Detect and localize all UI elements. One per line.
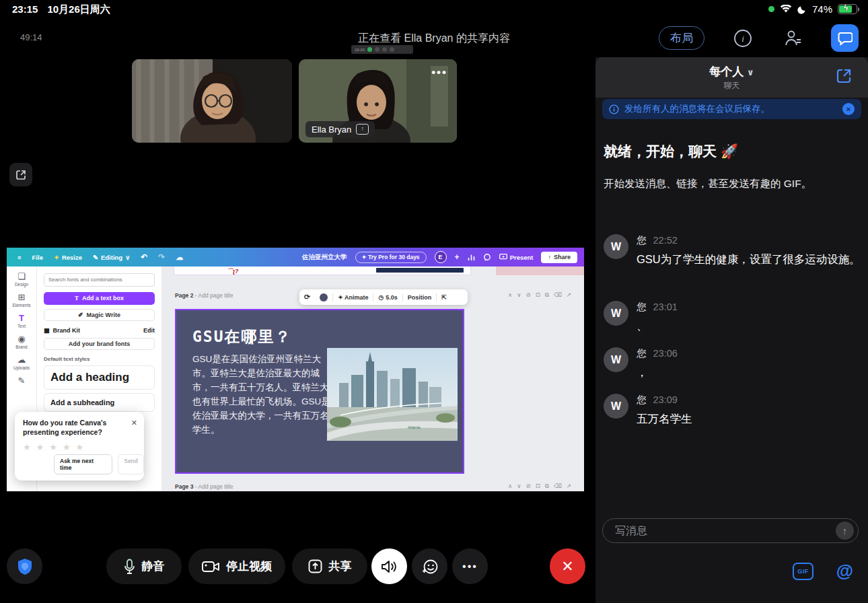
- default-text-styles-label: Default text styles: [44, 356, 155, 362]
- canva-add-member-button[interactable]: +: [455, 252, 460, 262]
- page2-label: Page 2 - Add page title: [175, 292, 233, 299]
- canva-insights-icon[interactable]: [468, 254, 475, 261]
- rail-elements[interactable]: ⊞Elements: [12, 293, 30, 308]
- gif-picker-button[interactable]: GIF: [793, 563, 813, 580]
- canva-editing-dropdown[interactable]: ✎ Editing ∨: [93, 254, 130, 261]
- position-button[interactable]: Position: [408, 294, 432, 301]
- slide-heading[interactable]: GSU在哪里？: [192, 326, 463, 347]
- slide-page2[interactable]: GSU在哪里？ GSU是在美国佐治亚州亚特兰大市。亚特兰大是佐治亚最大的城市，一…: [175, 309, 464, 474]
- speaker-button[interactable]: [371, 548, 407, 584]
- page3-label: Page 3 - Add page title: [175, 483, 233, 490]
- brand-kit-icon: ▦: [44, 327, 50, 334]
- avatar: W: [604, 234, 628, 259]
- svg-text:i: i: [742, 34, 744, 44]
- clock: 23:15: [12, 3, 38, 16]
- stop-video-button[interactable]: 停止视频: [188, 548, 285, 584]
- status-bar: 23:15 10月26日周六 74% ϟ: [0, 0, 868, 19]
- chat-audience-dropdown[interactable]: 每个人 ∨: [595, 64, 868, 79]
- mute-button[interactable]: 静音: [106, 548, 182, 584]
- color-swatch[interactable]: [320, 293, 328, 302]
- layout-button[interactable]: 布局: [659, 26, 704, 50]
- battery-percent: 74%: [812, 3, 832, 15]
- info-button[interactable]: i: [731, 27, 754, 50]
- chat-header: 每个人 ∨ 聊天: [595, 57, 868, 98]
- survey-send-button[interactable]: Send: [118, 454, 144, 474]
- rail-brand[interactable]: ◉Brand: [15, 334, 27, 349]
- rail-uploads[interactable]: ☁Uploads: [13, 355, 30, 370]
- canva-comments-icon[interactable]: [483, 254, 491, 261]
- page1-slide-fragment: ⌒ʅ?: [174, 267, 471, 275]
- canva-resize-button[interactable]: ✦Resize: [54, 254, 82, 261]
- mention-button[interactable]: @: [836, 561, 853, 581]
- survey-question: How do you rate Canva's presenting exper…: [23, 419, 124, 437]
- page2-actions-icons[interactable]: ∧∨⊘⊡⧉⌫↗: [508, 291, 576, 299]
- avatar: W: [604, 394, 628, 419]
- leave-meeting-button[interactable]: ✕: [550, 548, 585, 584]
- recording-indicator-icon: [768, 6, 774, 12]
- slide-body-text[interactable]: GSU是在美国佐治亚州亚特兰大市。亚特兰大是佐治亚最大的城市，一共有五十万名人。…: [192, 353, 330, 437]
- chat-input-wrap: ↑: [602, 518, 859, 543]
- chat-intro-subtitle: 开始发送消息、链接，甚至发送有趣的 GIF。: [604, 177, 811, 191]
- chat-message: W 您23:01 、: [604, 301, 863, 334]
- canva-font-search-input[interactable]: [44, 273, 155, 287]
- video-thumbnail-self[interactable]: [132, 59, 292, 143]
- svg-text:Atlanta: Atlanta: [407, 425, 421, 429]
- avatar: W: [604, 301, 628, 326]
- banner-close-button[interactable]: ✕: [842, 103, 855, 115]
- canva-canvas: ⌒ʅ? ⟳ ✦ Animate ◷ 5.0s Position ⇱ Page 2…: [161, 267, 584, 491]
- slide-city-photo[interactable]: Atlanta: [327, 348, 458, 441]
- date: 10月26日周六: [47, 3, 110, 16]
- video-thumbnail-ella[interactable]: ••• Ella Bryan ↑: [299, 59, 457, 143]
- survey-star-rating[interactable]: ★★★★★: [23, 442, 136, 452]
- chat-message: W 您23:06 ，: [604, 347, 863, 381]
- send-message-button[interactable]: ↑: [836, 522, 854, 540]
- canva-share-button[interactable]: ↑Share: [541, 252, 577, 263]
- reactions-button[interactable]: [412, 548, 447, 584]
- shuffle-icon[interactable]: ⟳: [304, 293, 310, 302]
- canva-doc-title[interactable]: 佐治亚州立大学: [302, 253, 347, 262]
- brand-kit-edit-link[interactable]: Edit: [143, 327, 155, 334]
- rail-design[interactable]: ❏Design: [15, 272, 28, 287]
- add-brand-fonts-button[interactable]: Add your brand fonts: [44, 338, 155, 350]
- rail-text[interactable]: TText: [17, 314, 26, 328]
- chat-message: W 您23:09 五万名学生: [604, 394, 863, 427]
- thumbnail-more-button[interactable]: •••: [431, 66, 447, 79]
- shared-screen-canva: ≡ File ✦Resize ✎ Editing ∨ ↶ ↷ ☁ 佐治亚州立大学…: [7, 248, 584, 491]
- chat-toggle-button[interactable]: [831, 24, 859, 52]
- meeting-app: 23:15 10月26日周六 74% ϟ 49:14 正在查看 Ella Bry…: [0, 0, 868, 603]
- chat-panel: 每个人 ∨ 聊天 发给所有人的消息将在会议后保存。 ✕ 就绪，开始，聊天 🚀 开…: [595, 57, 868, 603]
- canva-account-avatar[interactable]: E: [435, 251, 447, 263]
- add-heading-style[interactable]: Add a heading: [44, 365, 155, 390]
- rail-draw[interactable]: ✎: [18, 376, 26, 386]
- page3-actions-icons[interactable]: ∧∨⊘⊡⧉⌫↗: [508, 483, 576, 490]
- canva-toolbar: ≡ File ✦Resize ✎ Editing ∨ ↶ ↷ ☁ 佐治亚州立大学…: [7, 248, 584, 267]
- animate-button[interactable]: ✦ Animate: [338, 294, 368, 301]
- more-options-button[interactable]: •••: [452, 548, 488, 584]
- tidy-icon[interactable]: ⇱: [441, 294, 447, 301]
- share-content-button[interactable]: 共享: [292, 548, 367, 584]
- canva-try-pro-button[interactable]: ✦ Try Pro for 30 days: [355, 252, 427, 263]
- add-subheading-style[interactable]: Add a subheading: [44, 393, 155, 412]
- canva-redo-button[interactable]: ↷: [158, 252, 165, 262]
- canva-undo-button[interactable]: ↶: [141, 252, 147, 262]
- chat-popout-button[interactable]: [834, 67, 853, 85]
- participants-button[interactable]: [781, 27, 804, 50]
- magic-write-button[interactable]: ✐Magic Write: [44, 309, 155, 321]
- chat-retention-banner: 发给所有人的消息将在会议后保存。 ✕: [602, 99, 861, 119]
- avatar: W: [604, 347, 628, 372]
- element-context-toolbar: ⟳ ✦ Animate ◷ 5.0s Position ⇱: [299, 289, 468, 305]
- chat-intro-title: 就绪，开始，聊天 🚀: [604, 142, 738, 161]
- security-lock-button[interactable]: [7, 548, 42, 584]
- chat-message-input[interactable]: [614, 524, 836, 538]
- chat-subtitle: 聊天: [595, 80, 868, 92]
- chat-message: W 您22:52 GSU为了学生的健康，设置了很多运动设施。: [604, 234, 863, 268]
- canva-file-menu[interactable]: File: [32, 254, 43, 261]
- chevron-down-icon: ∨: [747, 67, 754, 77]
- add-text-box-button[interactable]: TAdd a text box: [44, 292, 155, 305]
- canva-present-button[interactable]: Present: [499, 254, 534, 261]
- duration-button[interactable]: ◷ 5.0s: [378, 294, 397, 301]
- survey-ask-later-button[interactable]: Ask me next time: [54, 454, 112, 474]
- popout-share-view-button[interactable]: [9, 163, 32, 186]
- canva-menu-icon[interactable]: ≡: [17, 254, 22, 261]
- survey-close-button[interactable]: ✕: [131, 419, 137, 427]
